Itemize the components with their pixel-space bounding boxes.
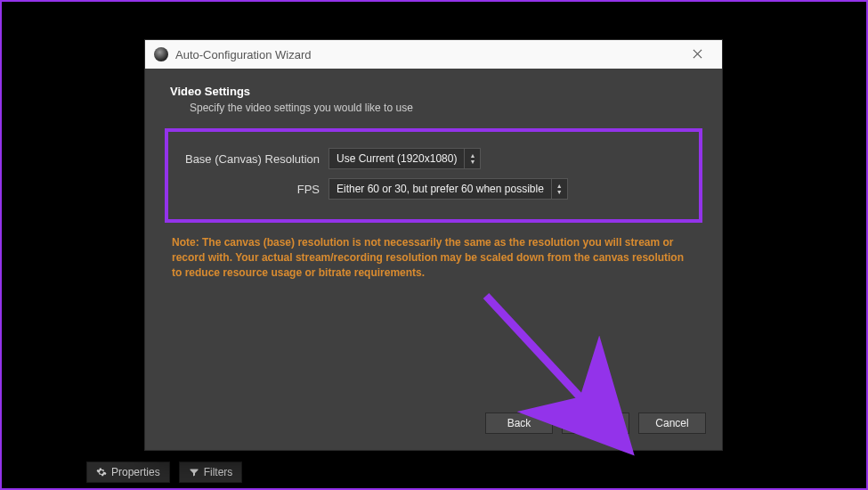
highlight-annotation: Base (Canvas) Resolution Use Current (19… — [165, 128, 702, 223]
filters-icon — [189, 467, 199, 478]
bottom-toolbar: Properties Filters — [86, 461, 242, 483]
properties-label: Properties — [111, 466, 160, 478]
filters-button[interactable]: Filters — [179, 461, 243, 483]
fps-row: FPS Either 60 or 30, but prefer 60 when … — [179, 178, 688, 200]
obs-icon — [154, 47, 168, 61]
close-icon — [693, 49, 702, 59]
dialog-title: Auto-Configuration Wizard — [175, 48, 311, 61]
resolution-select[interactable]: Use Current (1920x1080) ▲▼ — [329, 148, 481, 169]
close-button[interactable] — [681, 47, 713, 61]
fps-label: FPS — [179, 183, 329, 196]
back-button[interactable]: Back — [485, 412, 553, 434]
section-heading: Video Settings — [170, 85, 697, 98]
resolution-label: Base (Canvas) Resolution — [179, 152, 329, 166]
next-button[interactable]: Next — [562, 412, 629, 434]
note-text: Note: The canvas (base) resolution is no… — [170, 235, 697, 280]
cancel-button[interactable]: Cancel — [638, 412, 706, 434]
resolution-row: Base (Canvas) Resolution Use Current (19… — [179, 148, 688, 169]
gear-icon — [96, 467, 107, 478]
chevron-updown-icon: ▲▼ — [551, 179, 567, 199]
titlebar: Auto-Configuration Wizard — [145, 40, 722, 69]
fps-value: Either 60 or 30, but prefer 60 when poss… — [329, 183, 551, 195]
resolution-value: Use Current (1920x1080) — [329, 152, 464, 165]
properties-button[interactable]: Properties — [86, 461, 170, 483]
chevron-updown-icon: ▲▼ — [464, 149, 480, 168]
section-subheading: Specify the video settings you would lik… — [190, 102, 697, 114]
auto-config-wizard-dialog: Auto-Configuration Wizard Video Settings… — [144, 39, 723, 451]
filters-label: Filters — [204, 466, 233, 478]
dialog-footer: Back Next Cancel — [145, 405, 722, 450]
dialog-body: Video Settings Specify the video setting… — [145, 69, 722, 405]
fps-select[interactable]: Either 60 or 30, but prefer 60 when poss… — [329, 178, 568, 200]
